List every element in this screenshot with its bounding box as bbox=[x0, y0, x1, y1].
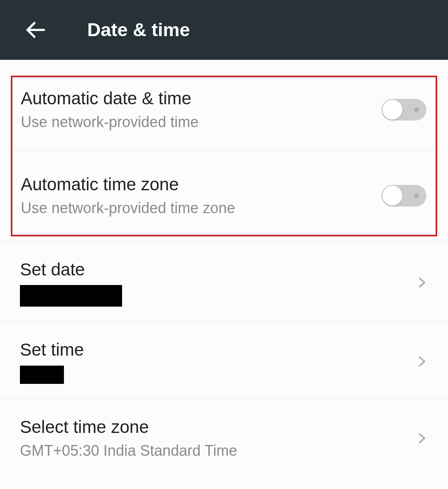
auto-date-time-row[interactable]: Automatic date & time Use network-provid… bbox=[12, 77, 436, 150]
auto-date-time-toggle[interactable] bbox=[382, 99, 426, 120]
back-arrow-icon[interactable] bbox=[25, 20, 46, 40]
page-title: Date & time bbox=[87, 19, 190, 41]
set-date-value-redacted bbox=[20, 285, 122, 307]
app-header: Date & time bbox=[0, 0, 448, 60]
set-date-row[interactable]: Set date bbox=[0, 242, 448, 322]
auto-time-zone-toggle[interactable] bbox=[382, 185, 426, 206]
auto-date-time-subtitle: Use network-provided time bbox=[21, 113, 382, 132]
toggle-off-indicator-icon bbox=[414, 193, 419, 198]
spacer bbox=[0, 236, 448, 241]
toggle-off-indicator-icon bbox=[414, 107, 419, 112]
chevron-right-icon bbox=[416, 353, 428, 370]
select-time-zone-text: Select time zone GMT+05:30 India Standar… bbox=[20, 416, 416, 460]
select-time-zone-subtitle: GMT+05:30 India Standard Time bbox=[20, 441, 416, 461]
set-time-text: Set time bbox=[20, 339, 416, 384]
set-time-title: Set time bbox=[20, 339, 416, 361]
toggle-thumb-icon bbox=[382, 100, 402, 120]
auto-date-time-text: Automatic date & time Use network-provid… bbox=[21, 87, 382, 132]
select-time-zone-title: Select time zone bbox=[20, 416, 416, 439]
set-time-value-redacted bbox=[20, 366, 64, 384]
chevron-right-icon bbox=[416, 274, 428, 291]
auto-time-zone-text: Automatic time zone Use network-provided… bbox=[21, 173, 382, 218]
set-time-row[interactable]: Set time bbox=[0, 322, 448, 399]
select-time-zone-row[interactable]: Select time zone GMT+05:30 India Standar… bbox=[0, 399, 448, 475]
toggle-thumb-icon bbox=[382, 186, 402, 206]
auto-time-zone-subtitle: Use network-provided time zone bbox=[21, 199, 382, 218]
auto-time-zone-title: Automatic time zone bbox=[21, 173, 382, 196]
chevron-right-icon bbox=[416, 430, 428, 447]
set-date-title: Set date bbox=[20, 258, 416, 281]
set-date-text: Set date bbox=[20, 258, 416, 307]
highlighted-settings-group: Automatic date & time Use network-provid… bbox=[11, 76, 437, 236]
auto-date-time-title: Automatic date & time bbox=[21, 87, 382, 110]
auto-time-zone-row[interactable]: Automatic time zone Use network-provided… bbox=[12, 150, 436, 234]
settings-list: Automatic date & time Use network-provid… bbox=[0, 60, 448, 475]
